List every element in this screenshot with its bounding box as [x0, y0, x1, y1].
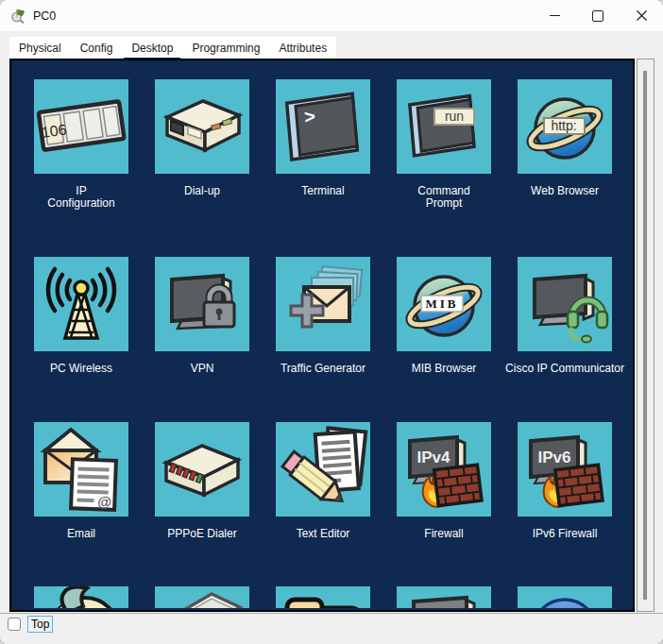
app-label: PC Wireless: [14, 363, 148, 375]
app-ipv6-firewall[interactable]: IPv6: [518, 422, 612, 540]
svg-text:IPv4: IPv4: [417, 449, 451, 466]
top-checkbox-label[interactable]: Top: [27, 616, 53, 633]
dialup-modem-icon: [155, 79, 249, 174]
app-label: Terminal: [256, 185, 390, 197]
app-partial-1[interactable]: [34, 586, 128, 608]
text-editor-icon: [276, 422, 370, 517]
app-pppoe-dialer[interactable]: PPPoE Dialer: [155, 422, 249, 540]
app-ip-configuration[interactable]: 106 IP Configuration: [34, 79, 128, 210]
app-traffic-generator[interactable]: Traffic Generator: [276, 257, 370, 375]
traffic-generator-icon: [276, 257, 370, 351]
ip-configuration-icon: 106: [34, 79, 128, 174]
app-label: MIB Browser: [377, 363, 511, 375]
app-dialup[interactable]: Dial-up: [155, 79, 249, 210]
mib-browser-icon: MIB: [397, 257, 491, 351]
app-label: IPv6 Firewall: [498, 528, 632, 540]
firewall-ipv4-icon: IPv4: [397, 422, 491, 517]
pppoe-dialer-icon: [155, 422, 249, 517]
blue-globe-icon: [518, 586, 612, 608]
packet-tracer-logo-icon: [10, 8, 26, 24]
svg-text:@: @: [97, 493, 111, 510]
title-bar: PC0: [0, 0, 663, 31]
close-button[interactable]: [620, 0, 663, 31]
svg-text:http:: http:: [551, 118, 576, 133]
vertical-scrollbar[interactable]: [637, 59, 654, 612]
cisco-ip-communicator-icon: [518, 257, 612, 351]
app-partial-3[interactable]: [276, 586, 370, 608]
svg-text:>: >: [303, 106, 316, 127]
app-partial-2[interactable]: [155, 586, 249, 608]
app-label: PPPoE Dialer: [135, 528, 269, 540]
maximize-icon: [592, 10, 604, 22]
disc-page-curl-icon: [34, 586, 128, 608]
app-label: Dial-up: [135, 185, 269, 197]
app-command-prompt[interactable]: run Command Prompt: [397, 79, 491, 210]
svg-text:run: run: [445, 109, 464, 124]
paper-sheet-icon: [155, 586, 249, 608]
svg-text:MIB: MIB: [426, 297, 459, 311]
app-vpn[interactable]: VPN: [155, 257, 249, 375]
footer-bar: Top: [0, 613, 663, 644]
top-checkbox[interactable]: [8, 618, 21, 631]
monitor-icon: [397, 586, 491, 608]
minimize-icon: [550, 15, 560, 16]
app-row-2: PC Wireless VPN: [11, 257, 633, 375]
pc0-window: PC0 Physical Config Desktop Programming …: [0, 0, 663, 644]
tab-bar: Physical Config Desktop Programming Attr…: [9, 37, 336, 59]
app-label: IP Configuration: [14, 185, 148, 210]
app-text-editor[interactable]: Text Editor: [276, 422, 370, 540]
firewall-ipv6-icon: IPv6: [518, 422, 612, 517]
app-web-browser[interactable]: http: Web Browser: [518, 79, 612, 210]
app-pc-wireless[interactable]: PC Wireless: [34, 257, 128, 375]
app-label: Email: [14, 528, 148, 540]
app-label: VPN: [135, 363, 269, 375]
pc-wireless-icon: [34, 257, 128, 351]
desktop-app-grid: 106 IP Configuration: [9, 59, 635, 612]
window-title: PC0: [33, 9, 56, 23]
app-label: Text Editor: [256, 528, 390, 540]
app-label: Web Browser: [498, 185, 632, 197]
app-label: Command Prompt: [377, 185, 511, 210]
app-partial-4[interactable]: [397, 586, 491, 608]
terminal-icon: >: [276, 79, 370, 174]
window-controls: [533, 0, 663, 31]
app-cisco-ip-communicator[interactable]: Cisco IP Communicator: [518, 257, 612, 375]
app-label: Firewall: [377, 528, 511, 540]
email-icon: @: [34, 422, 128, 517]
tab-programming[interactable]: Programming: [182, 37, 269, 59]
close-icon: [637, 10, 647, 21]
app-email[interactable]: @ Email: [34, 422, 128, 540]
app-mib-browser[interactable]: MIB MIB Browser: [397, 257, 491, 375]
command-prompt-icon: run: [397, 79, 491, 174]
maximize-button[interactable]: [576, 0, 620, 31]
folder-icon: [276, 586, 370, 608]
svg-text:IPv6: IPv6: [538, 449, 571, 466]
app-row-1: 106 IP Configuration: [11, 79, 633, 210]
app-row-3: @ Email: [11, 422, 633, 540]
scrollbar-thumb[interactable]: [643, 71, 647, 600]
app-row-4-partial: [11, 586, 633, 608]
app-partial-5[interactable]: [518, 586, 612, 608]
tab-attributes[interactable]: Attributes: [269, 37, 336, 59]
app-label: Traffic Generator: [256, 363, 390, 375]
tab-desktop[interactable]: Desktop: [122, 37, 182, 59]
app-terminal[interactable]: > Terminal: [276, 79, 370, 210]
app-label: Cisco IP Communicator: [498, 363, 632, 375]
minimize-button[interactable]: [533, 0, 576, 31]
tab-physical[interactable]: Physical: [9, 37, 71, 59]
vpn-lock-icon: [155, 257, 249, 351]
web-browser-icon: http:: [518, 79, 612, 174]
tab-config[interactable]: Config: [71, 37, 123, 59]
app-firewall[interactable]: IPv4: [397, 422, 491, 540]
